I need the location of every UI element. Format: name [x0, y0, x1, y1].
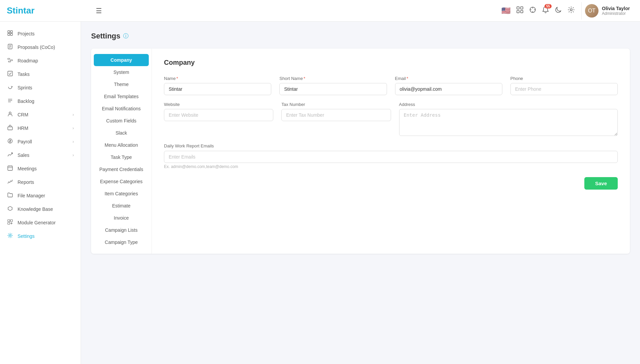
crosshair-icon[interactable] [529, 6, 536, 15]
email-input[interactable] [395, 83, 502, 95]
sidebar-label-tasks: Tasks [18, 72, 30, 77]
sidebar-item-proposals[interactable]: Proposals (CoCo) [0, 40, 81, 54]
tasks-icon [7, 71, 13, 78]
sidebar-label-reports: Reports [18, 179, 34, 185]
sidebar-label-payroll: Payroll [18, 139, 32, 144]
settings-gear-icon[interactable] [568, 6, 575, 15]
app-body: Projects Proposals (CoCo) Roadmap Tasks … [0, 22, 640, 364]
form-row-2: Website Tax Number Address [164, 102, 618, 136]
header-icons: 🇺🇸 55 [501, 6, 575, 15]
sidebar-label-proposals: Proposals (CoCo) [18, 45, 55, 50]
sidebar-label-backlog: Backlog [18, 99, 34, 104]
hamburger-button[interactable]: ☰ [93, 4, 105, 18]
sidebar-item-settings[interactable]: Settings [0, 229, 81, 243]
svg-point-9 [570, 9, 572, 11]
settings-form: Company Name* Short Name* [152, 49, 630, 254]
settings-nav-theme[interactable]: Theme [91, 78, 151, 90]
name-input[interactable] [164, 83, 271, 95]
settings-nav-estimate[interactable]: Estimate [91, 200, 151, 212]
settings-nav-invoice[interactable]: Invoice [91, 212, 151, 224]
settings-layout: Company System Theme Email Templates Ema… [91, 49, 630, 254]
sidebar-item-hrm[interactable]: HRM › [0, 121, 81, 135]
header: Stintar ☰ 🇺🇸 [0, 0, 640, 22]
address-label: Address [399, 102, 618, 107]
notification-badge: 55 [545, 4, 552, 8]
settings-nav-company[interactable]: Company [94, 54, 149, 66]
save-button[interactable]: Save [584, 177, 618, 190]
meetings-icon [7, 165, 13, 172]
daily-emails-label: Daily Work Report Emails [164, 143, 214, 148]
svg-rect-33 [10, 220, 12, 222]
sidebar-item-sprints[interactable]: Sprints [0, 81, 81, 94]
sidebar-item-module-generator[interactable]: Module Generator [0, 216, 81, 229]
sidebar-label-hrm: HRM [18, 125, 28, 131]
short-name-input[interactable] [279, 83, 387, 95]
form-group-daily-emails: Daily Work Report Emails Ex. admin@demo.… [164, 143, 618, 169]
sidebar-item-sales[interactable]: Sales › [0, 148, 81, 162]
settings-nav-system[interactable]: System [91, 66, 151, 78]
sprints-icon [7, 84, 13, 91]
sidebar-item-meetings[interactable]: Meetings [0, 162, 81, 175]
tax-number-input[interactable] [281, 109, 391, 121]
form-row-1: Name* Short Name* Email* [164, 76, 618, 95]
settings-nav-custom-fields[interactable]: Custom Fields [91, 115, 151, 127]
sales-icon [7, 152, 13, 159]
sidebar-item-file-manager[interactable]: File Manager [0, 189, 81, 202]
user-name: Olivia Taylor [602, 6, 630, 11]
svg-rect-28 [8, 166, 12, 170]
settings-nav-expense-categories[interactable]: Expense Categories [91, 175, 151, 188]
sidebar-label-sales: Sales [18, 152, 29, 158]
sidebar-item-projects[interactable]: Projects [0, 27, 81, 40]
tax-number-label: Tax Number [281, 102, 391, 107]
sidebar-item-payroll[interactable]: Payroll › [0, 135, 81, 148]
dark-mode-icon[interactable] [555, 6, 562, 15]
form-group-short-name: Short Name* [279, 76, 387, 95]
crm-chevron: › [73, 112, 74, 117]
sidebar-item-reports[interactable]: Reports [0, 175, 81, 189]
settings-nav-email-templates[interactable]: Email Templates [91, 90, 151, 103]
logo-text: Stintar [7, 5, 34, 16]
settings-nav-item-categories[interactable]: Item Categories [91, 188, 151, 200]
crm-icon [7, 111, 13, 118]
sidebar-item-knowledge-base[interactable]: Knowledge Base [0, 202, 81, 216]
short-name-label: Short Name* [279, 76, 387, 81]
user-profile[interactable]: OT Olivia Taylor Administrator [581, 2, 633, 20]
sidebar-label-meetings: Meetings [18, 166, 37, 171]
settings-nav-payment-credentials[interactable]: Payment Credentials [91, 163, 151, 175]
sidebar-item-tasks[interactable]: Tasks [0, 67, 81, 81]
language-flag[interactable]: 🇺🇸 [501, 6, 510, 15]
logo: Stintar [7, 5, 88, 16]
grid-icon[interactable] [517, 6, 523, 15]
address-textarea[interactable] [399, 109, 618, 136]
email-label: Email* [395, 76, 502, 81]
settings-nav-task-type[interactable]: Task Type [91, 151, 151, 163]
sidebar-label-projects: Projects [18, 31, 35, 36]
svg-point-25 [9, 112, 11, 114]
sidebar-label-settings: Settings [18, 233, 35, 239]
settings-nav-campaign-lists[interactable]: Campaign Lists [91, 224, 151, 236]
svg-point-37 [9, 235, 11, 236]
form-group-name: Name* [164, 76, 271, 95]
settings-nav-campaign-type[interactable]: Campaign Type [91, 236, 151, 248]
settings-info-icon[interactable]: ⓘ [123, 33, 129, 40]
form-group-email: Email* [395, 76, 502, 95]
notification-bell-icon[interactable]: 55 [542, 6, 549, 15]
svg-rect-10 [8, 31, 10, 33]
phone-input[interactable] [510, 83, 618, 95]
settings-nav-slack[interactable]: Slack [91, 127, 151, 139]
sidebar-item-roadmap[interactable]: Roadmap [0, 54, 81, 67]
sidebar-item-backlog[interactable]: Backlog [0, 94, 81, 108]
name-required: * [176, 76, 178, 81]
settings-nav: Company System Theme Email Templates Ema… [91, 49, 152, 254]
form-group-website: Website [164, 102, 273, 136]
user-details: Olivia Taylor Administrator [602, 6, 630, 16]
settings-nav-email-notifications[interactable]: Email Notifications [91, 103, 151, 115]
settings-sidebar-icon [7, 233, 13, 240]
website-input[interactable] [164, 109, 273, 121]
short-name-required: * [304, 76, 305, 81]
svg-rect-11 [10, 31, 12, 33]
sidebar-item-crm[interactable]: CRM › [0, 108, 81, 121]
settings-nav-menu-allocation[interactable]: Menu Allocation [91, 139, 151, 151]
daily-emails-input[interactable] [164, 151, 618, 163]
module-generator-icon [7, 219, 13, 226]
